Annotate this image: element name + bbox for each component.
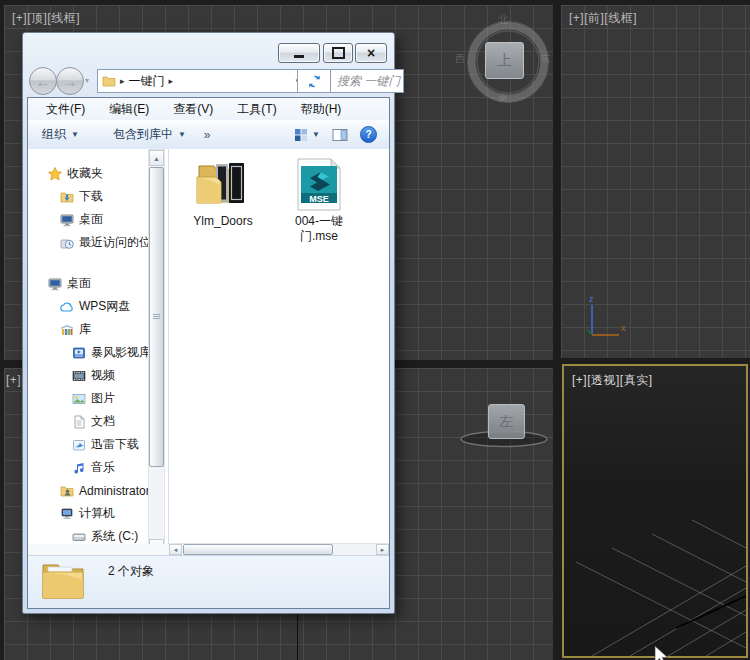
- scrollbar-thumb[interactable]: [149, 167, 164, 467]
- user-folder-icon: [60, 484, 74, 498]
- file-item-label: 004-一键门.mse: [289, 214, 349, 244]
- toolbar-overflow-button[interactable]: »: [194, 128, 221, 142]
- sidebar-item[interactable]: WPS网盘: [28, 295, 148, 318]
- scrollbar-right-button[interactable]: ▸: [376, 544, 389, 555]
- back-button[interactable]: ←: [29, 67, 57, 95]
- viewport-front-label[interactable]: [+][前][线框]: [569, 10, 637, 27]
- sidebar-item-label: 桌面: [67, 275, 91, 292]
- refresh-icon: [307, 74, 322, 89]
- breadcrumb-folder-icon: [102, 75, 116, 87]
- menu-view[interactable]: 查看(V): [163, 99, 223, 120]
- item-count: 2 个对象: [108, 563, 154, 580]
- star-icon: [48, 167, 62, 181]
- close-icon: ×: [367, 46, 375, 60]
- perspective-grid: [564, 366, 746, 656]
- drive-icon: [72, 530, 86, 544]
- axis-x-label: x: [621, 323, 626, 333]
- menu-help[interactable]: 帮助(H): [291, 99, 352, 120]
- sidebar-item-label: 库: [79, 321, 91, 338]
- sidebar-scrollbar[interactable]: ▲ ▼: [148, 149, 165, 556]
- dropdown-arrow-icon: ▼: [71, 130, 79, 139]
- file-item[interactable]: MSE004-一键门.mse: [273, 155, 365, 244]
- sidebar-item-label: Administrator: [79, 484, 148, 498]
- compass-east-label: 东: [540, 52, 550, 66]
- sidebar-item[interactable]: 最近访问的位: [28, 231, 148, 254]
- search-box[interactable]: 搜索 一键门: [330, 69, 404, 93]
- computer-icon: [60, 507, 74, 521]
- dropdown-arrow-icon: ▼: [312, 130, 320, 139]
- mouse-cursor: [652, 645, 674, 660]
- navigation-bar: ← → ▾ ▸ 一键门 ▸ ▼ 搜索 一键门: [23, 63, 394, 97]
- sidebar-item[interactable]: 桌面: [28, 272, 148, 295]
- forward-icon: →: [63, 73, 78, 90]
- menu-edit[interactable]: 编辑(E): [99, 99, 159, 120]
- include-in-library-button[interactable]: 包含到库中 ▼: [105, 122, 194, 147]
- sidebar-item[interactable]: 文档: [28, 410, 148, 433]
- forward-button[interactable]: →: [56, 67, 84, 95]
- sidebar-item[interactable]: 库: [28, 318, 148, 341]
- organize-button[interactable]: 组织 ▼: [34, 122, 87, 147]
- sidebar-item-label: 文档: [91, 413, 115, 430]
- file-item-label: Ylm_Doors: [193, 214, 252, 229]
- folder-doors-icon: [177, 155, 269, 211]
- sidebar-item[interactable]: 图片: [28, 387, 148, 410]
- sidebar-item[interactable]: Administrator: [28, 479, 148, 502]
- change-view-button[interactable]: ▼: [294, 128, 320, 142]
- breadcrumb-arrow-icon[interactable]: ▸: [169, 76, 174, 86]
- sidebar-item[interactable]: 系统 (C:): [28, 525, 148, 544]
- documents-icon: [72, 415, 86, 429]
- viewcube-top-face[interactable]: 上: [485, 42, 524, 79]
- viewport-perspective[interactable]: [+][透视][真实]: [562, 364, 748, 658]
- axis-z-label: z: [589, 294, 594, 304]
- desktop-icon: [48, 277, 62, 291]
- sidebar-item[interactable]: 迅雷下载: [28, 433, 148, 456]
- preview-pane-button[interactable]: [332, 128, 348, 142]
- command-toolbar: 组织 ▼ 包含到库中 ▼ » ▼: [28, 120, 389, 150]
- sidebar-item[interactable]: 桌面: [28, 208, 148, 231]
- sidebar-item-label: 视频: [91, 367, 115, 384]
- horizontal-scrollbar-thumb[interactable]: [183, 544, 333, 555]
- sidebar-item-label: 迅雷下载: [91, 436, 139, 453]
- library-icon: [60, 323, 74, 337]
- refresh-button[interactable]: [297, 69, 331, 93]
- compass-south-label: 南: [498, 91, 508, 105]
- file-item[interactable]: Ylm_Doors: [177, 155, 269, 229]
- menu-tools[interactable]: 工具(T): [227, 99, 286, 120]
- dropdown-arrow-icon: ▼: [178, 130, 186, 139]
- maximize-icon: [332, 47, 345, 59]
- sidebar-item-label: 音乐: [91, 459, 115, 476]
- file-list[interactable]: Ylm_DoorsMSE004-一键门.mse: [169, 149, 389, 544]
- desktop-icon: [60, 213, 74, 227]
- sidebar-item-label: 收藏夹: [67, 165, 103, 182]
- sidebar-item[interactable]: 视频: [28, 364, 148, 387]
- status-bar: 2 个对象: [28, 555, 389, 608]
- breadcrumb-arrow-icon[interactable]: ▸: [120, 76, 125, 86]
- minimize-button[interactable]: [278, 43, 320, 63]
- cloud-icon: [60, 300, 74, 314]
- scrollbar-up-button[interactable]: ▲: [149, 150, 164, 166]
- viewcube-left-face[interactable]: 左: [488, 404, 525, 439]
- search-placeholder: 搜索 一键门: [337, 73, 400, 90]
- close-button[interactable]: ×: [355, 43, 387, 63]
- pictures-icon: [72, 392, 86, 406]
- sidebar-item-label: 系统 (C:): [91, 528, 138, 544]
- breadcrumb-folder[interactable]: 一键门: [129, 73, 165, 90]
- sidebar-item[interactable]: 计算机: [28, 502, 148, 525]
- sidebar-item-label: 暴风影视库: [91, 344, 148, 361]
- address-bar[interactable]: ▸ 一键门 ▸ ▼: [97, 69, 306, 93]
- viewport-top-label[interactable]: [+][顶][线框]: [12, 10, 80, 27]
- sidebar-item[interactable]: 收藏夹: [28, 162, 148, 185]
- compass-north-label: 北: [498, 13, 508, 27]
- recent-pages-chevron[interactable]: ▾: [85, 76, 89, 85]
- sidebar-item[interactable]: 下载: [28, 185, 148, 208]
- maximize-button[interactable]: [323, 43, 353, 63]
- help-button[interactable]: ?: [360, 126, 377, 143]
- viewport-front[interactable]: [+][前][线框] z x: [561, 5, 750, 358]
- explorer-window: × ← → ▾ ▸ 一键门 ▸ ▼: [22, 32, 395, 614]
- sidebar-item[interactable]: 音乐: [28, 456, 148, 479]
- recent-places-icon: [60, 236, 74, 250]
- videos-icon: [72, 369, 86, 383]
- menu-file[interactable]: 文件(F): [36, 99, 95, 120]
- sidebar-item[interactable]: 暴风影视库: [28, 341, 148, 364]
- scrollbar-left-button[interactable]: ◂: [169, 544, 182, 555]
